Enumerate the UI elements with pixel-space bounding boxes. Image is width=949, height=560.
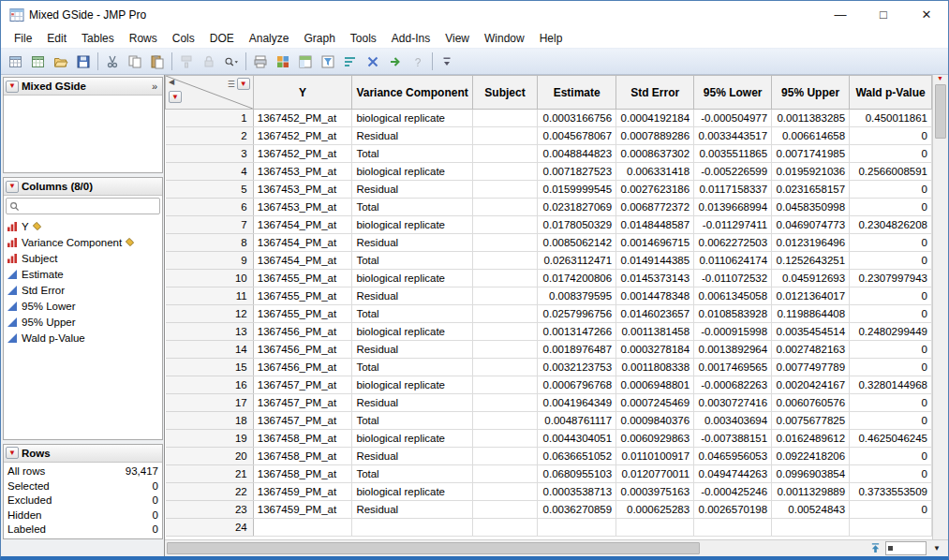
cell[interactable]: 0.0003166756 [538,110,616,127]
menu-view[interactable]: View [437,30,477,47]
cell[interactable]: 0.0257996756 [538,305,616,323]
cell[interactable] [694,519,772,537]
row-number[interactable]: 17 [166,394,254,412]
cell[interactable]: -0.007388151 [694,430,772,448]
cell[interactable]: 0.0013892964 [694,341,772,359]
cell[interactable]: 1367454_PM_at [253,216,352,234]
cell[interactable]: biological replicate [352,323,472,341]
close-button[interactable]: ✕ [905,1,948,28]
row-number[interactable]: 22 [166,483,254,501]
cell[interactable]: 0 [850,341,932,359]
cell[interactable]: 0 [850,412,932,430]
paste-icon[interactable] [146,51,169,72]
menu-tables[interactable]: Tables [74,30,122,47]
row-number[interactable]: 16 [166,376,254,394]
cell[interactable]: 1367454_PM_at [253,252,352,270]
cell[interactable] [472,323,537,341]
cell[interactable]: 0.0494744263 [694,465,772,483]
cell[interactable]: 1367456_PM_at [253,341,352,359]
overflow-icon[interactable] [436,51,458,72]
cell[interactable]: 1367456_PM_at [253,359,352,376]
cell[interactable]: 0.0006796768 [538,376,616,394]
row-number[interactable]: 21 [166,465,254,483]
cell[interactable]: Residual [352,181,472,199]
cell[interactable]: 0.0033443517 [694,127,772,145]
rows-stat-excluded[interactable]: Excluded0 [4,494,162,508]
cell[interactable]: 0.0003278184 [616,341,694,359]
cell[interactable]: biological replicate [352,216,472,234]
cell[interactable] [472,270,537,287]
cell[interactable]: 0.0231827069 [538,199,616,216]
cell[interactable]: 0.0011329889 [772,483,850,501]
cell[interactable]: 0.0465956053 [694,448,772,465]
cell[interactable]: 0.0149144385 [616,252,694,270]
menu-graph[interactable]: Graph [296,30,342,47]
cell[interactable]: 0.0018976487 [538,341,616,359]
rows-menu-red-triangle[interactable]: ▼ [169,91,182,103]
save-icon[interactable] [72,51,95,72]
sort-icon[interactable] [339,51,362,72]
cell[interactable]: 1367457_PM_at [253,412,352,430]
rows-stat-labeled[interactable]: Labeled0 [4,523,162,538]
row-number[interactable]: 19 [166,430,254,448]
cell[interactable]: 1367453_PM_at [253,163,352,181]
cell[interactable]: 1367457_PM_at [253,376,352,394]
copy-icon[interactable] [124,51,146,72]
cell[interactable]: 0.0195921036 [772,163,850,181]
cell[interactable]: 0.0146023657 [616,305,694,323]
cell[interactable] [772,519,850,537]
menu-rows[interactable]: Rows [122,30,165,47]
cell[interactable] [472,199,537,216]
cell[interactable] [616,519,694,537]
cell[interactable]: 0.1198864408 [772,305,850,323]
cell[interactable]: Residual [352,234,472,252]
columns-menu-red-triangle[interactable]: ▼ [237,78,250,90]
column-header-subject[interactable]: Subject [472,76,537,110]
rows-stat-hidden[interactable]: Hidden0 [4,508,162,523]
lock-icon[interactable] [198,51,220,72]
cell[interactable]: Total [352,359,472,376]
column-item-subject[interactable]: Subject [4,250,162,266]
cell[interactable]: 0 [850,199,932,216]
cell[interactable]: 0.0458350998 [772,199,850,216]
cell[interactable]: 0.450011861 [850,110,932,127]
cell[interactable]: 0.0017469565 [694,359,772,376]
cell[interactable]: 1367458_PM_at [253,465,352,483]
cell[interactable]: 0.0060760576 [772,394,850,412]
row-number[interactable]: 24 [166,519,254,537]
rows-stat-all-rows[interactable]: All rows93,417 [4,464,162,479]
cell[interactable] [472,501,537,519]
cell[interactable]: biological replicate [352,270,472,287]
cell[interactable] [472,127,537,145]
row-number[interactable]: 23 [166,501,254,519]
cell[interactable]: 1367455_PM_at [253,305,352,323]
row-number[interactable]: 1 [166,110,254,127]
minimize-button[interactable]: — [819,1,862,28]
cell[interactable]: 0.0011381458 [616,323,694,341]
open-icon[interactable] [50,51,72,72]
column-item-std-error[interactable]: Std Error [4,282,162,298]
cell[interactable] [472,287,537,305]
cell[interactable]: 0.0680955103 [538,465,616,483]
cell[interactable]: 0.0009840376 [616,412,694,430]
column-header-std-error[interactable]: Std Error [616,76,694,110]
layout-icon[interactable] [294,51,317,72]
cell[interactable]: 0.0027482163 [772,341,850,359]
cell[interactable]: 0 [850,448,932,465]
cell[interactable] [472,448,537,465]
cell[interactable]: 0.0178050329 [538,216,616,234]
cell[interactable]: 1367453_PM_at [253,199,352,216]
row-number[interactable]: 20 [166,448,254,465]
cell[interactable]: 0.0075677825 [772,412,850,430]
menu-window[interactable]: Window [477,30,532,47]
cell[interactable]: Total [352,145,472,163]
cell[interactable] [472,519,537,537]
cell[interactable]: 0.2307997943 [850,270,932,287]
cell[interactable]: 0.2566008591 [850,163,932,181]
menu-file[interactable]: File [7,30,39,47]
cell[interactable]: 0.0036270859 [538,501,616,519]
cell[interactable]: 1367453_PM_at [253,181,352,199]
row-number[interactable]: 8 [166,234,254,252]
cell[interactable]: Total [352,252,472,270]
cell[interactable] [472,376,537,394]
